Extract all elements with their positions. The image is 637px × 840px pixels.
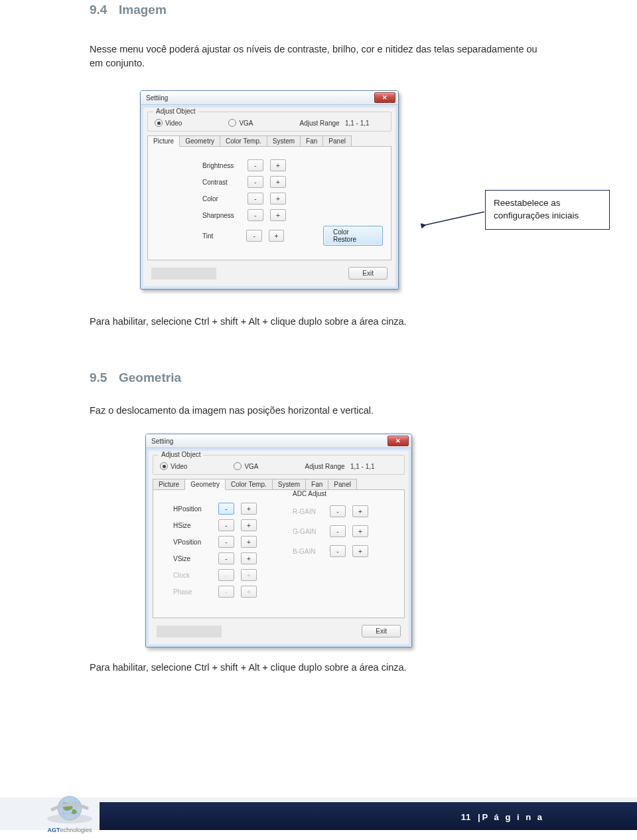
tab-fan[interactable]: Fan [300, 135, 323, 147]
color-restore-button[interactable]: Color Restore [323, 226, 383, 246]
plus-button[interactable]: + [270, 193, 286, 205]
page-footer: 11 |P á g i n a AGTechnologies [0, 788, 637, 840]
gray-placeholder [157, 626, 222, 637]
minus-button[interactable]: - [248, 209, 263, 221]
row-clock: Clock-+ [173, 569, 396, 581]
gray-placeholder [151, 268, 216, 280]
minus-button[interactable]: - [248, 193, 263, 205]
adc-header: ADC Adjust [293, 490, 368, 497]
adjust-range: Adjust Range 1,1 - 1,1 [305, 463, 375, 470]
heading-geometria: 9.5Geometria [90, 368, 547, 385]
intro-text-1: Nesse menu você poderá ajustar os níveis… [90, 42, 547, 70]
minus-button[interactable]: - [248, 176, 263, 188]
plus-button: + [352, 545, 368, 557]
radio-video[interactable]: Video [155, 119, 182, 127]
dialog-title: Settiing [151, 438, 173, 445]
plus-button[interactable]: + [241, 519, 257, 531]
groupbox-label: Adjust Object [159, 451, 203, 458]
row-tint: Tint-+Color Restore [202, 226, 383, 246]
minus-button[interactable]: - [246, 230, 261, 242]
note-1: Para habilitar, selecione Ctrl + shift +… [90, 316, 547, 327]
plus-button: + [241, 586, 257, 598]
note-2: Para habilitar, selecione Ctrl + shift +… [90, 662, 547, 673]
screenshot-geometry-dialog: Settiing ✕ Adjust Object Video VGA Adjus… [145, 434, 547, 647]
screenshot-picture-dialog: Settiing ✕ Adjust Object Video VGA Adjus… [140, 90, 547, 290]
tab-system[interactable]: System [267, 135, 301, 147]
radio-video[interactable]: Video [160, 462, 187, 470]
minus-button[interactable]: - [218, 536, 234, 548]
heading-imagem: 9.4Imagem [90, 0, 547, 17]
minus-button[interactable]: - [218, 519, 234, 531]
row-color: Color-+ [202, 193, 383, 205]
tab-colortemp[interactable]: Color Temp. [225, 479, 273, 490]
row-contrast: Contrast-+ [202, 176, 383, 188]
plus-button: + [352, 505, 368, 517]
row-ggain: G-GAIN-+ [293, 525, 368, 537]
row-phase: Phase-+ [173, 586, 396, 598]
exit-button[interactable]: Exit [362, 625, 401, 637]
row-bgain: B-GAIN-+ [293, 545, 368, 557]
plus-button[interactable]: + [241, 552, 257, 564]
tab-fan[interactable]: Fan [305, 479, 328, 490]
svg-line-0 [425, 212, 484, 225]
plus-button[interactable]: + [241, 503, 257, 515]
row-sharpness: Sharpness-+ [202, 209, 383, 221]
exit-button[interactable]: Exit [348, 267, 388, 280]
callout-restore: Reestabelece as configurações iniciais [485, 190, 610, 230]
minus-button: - [330, 505, 346, 517]
tab-colortemp[interactable]: Color Temp. [220, 135, 267, 147]
minus-button: - [218, 586, 234, 598]
minus-button[interactable]: - [218, 503, 234, 515]
minus-button[interactable]: - [218, 552, 234, 564]
tab-geometry[interactable]: Geometry [179, 135, 220, 147]
plus-button: + [352, 525, 368, 537]
intro-text-2: Faz o deslocamento da imagem nas posiçõe… [90, 404, 547, 418]
radio-vga[interactable]: VGA [234, 462, 258, 470]
tab-system[interactable]: System [272, 479, 306, 490]
close-icon[interactable]: ✕ [388, 436, 409, 446]
page-number: 11 |P á g i n a [461, 812, 544, 822]
dialog-title: Settiing [146, 94, 168, 102]
plus-button[interactable]: + [241, 536, 257, 548]
plus-button[interactable]: + [269, 230, 284, 242]
tab-panel[interactable]: Panel [328, 479, 357, 490]
minus-button: - [330, 525, 346, 537]
close-icon[interactable]: ✕ [374, 92, 395, 103]
plus-button[interactable]: + [270, 159, 286, 171]
adjust-range: Adjust Range 1,1 - 1,1 [300, 120, 370, 127]
groupbox-label: Adjust Object [153, 108, 198, 115]
row-brightness: Brightness-+ [202, 159, 383, 171]
plus-button: + [241, 569, 257, 581]
tab-geometry[interactable]: Geometry [184, 479, 226, 490]
row-rgain: R-GAIN-+ [293, 505, 368, 517]
plus-button[interactable]: + [270, 209, 286, 221]
plus-button[interactable]: + [270, 176, 286, 188]
minus-button: - [330, 545, 346, 557]
brand-logo: AGTechnologies [41, 794, 98, 833]
tab-picture[interactable]: Picture [153, 479, 185, 490]
minus-button: - [218, 569, 234, 581]
minus-button[interactable]: - [248, 159, 263, 171]
radio-vga[interactable]: VGA [228, 119, 253, 127]
tab-picture[interactable]: Picture [147, 135, 180, 147]
tab-panel[interactable]: Panel [322, 135, 352, 147]
